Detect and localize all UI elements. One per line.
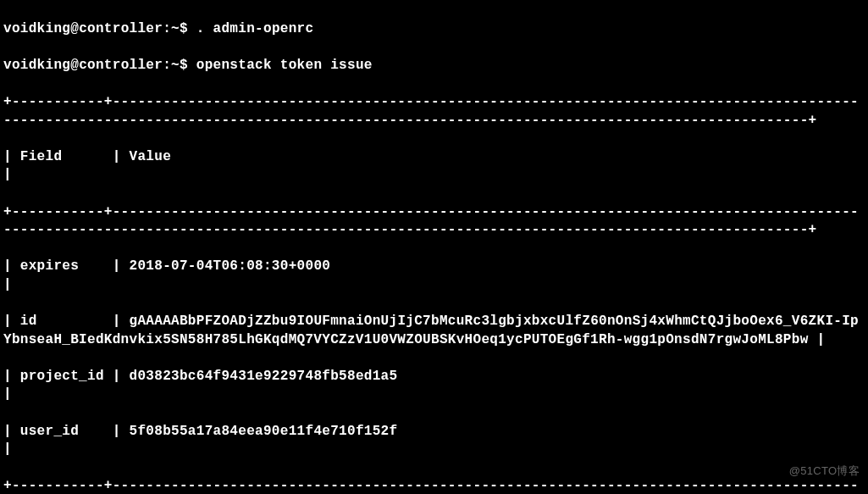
value-id: gAAAAABbPFZOADjZZbu9IOUFmnaiOnUjIjC7bMcu… [3,314,859,347]
terminal-output[interactable]: voidking@controller:~$ . admin-openrc vo… [0,0,868,494]
field-project-id: project_id [20,369,104,384]
header-field: Field [20,149,63,164]
command-line-1: voidking@controller:~$ . admin-openrc [3,20,865,39]
command-line-2: voidking@controller:~$ openstack token i… [3,57,865,75]
value-user-id: 5f08b55a17a84eea90e11f4e710f152f [130,424,398,439]
prompt-symbol: $ [180,21,188,36]
prompt-path: ~ [171,21,180,36]
header-value: Value [130,149,172,164]
value-expires: 2018-07-04T06:08:30+0000 [130,258,331,274]
watermark: @51CTO博客 [789,463,860,479]
field-expires: expires [20,258,79,274]
row-expires: | expires | 2018-07-04T06:08:30+0000 | [3,258,865,294]
table-header-row: | Field | Value | [3,148,865,185]
row-user-id: | user_id | 5f08b55a17a84eea90e11f4e710f… [3,423,865,459]
table-border-bottom: +-----------+---------------------------… [3,477,865,494]
value-project-id: d03823bc64f9431e9229748fb58ed1a5 [130,369,398,384]
field-id: id [20,314,37,329]
row-project-id: | project_id | d03823bc64f9431e9229748fb… [3,368,865,404]
table-border-top: +-----------+---------------------------… [3,93,865,130]
prompt-host: controller [79,21,163,36]
row-id: | id | gAAAAABbPFZOADjZZbu9IOUFmnaiOnUjI… [3,313,865,349]
prompt-user: voidking [3,21,70,36]
command-2: openstack token issue [196,58,373,73]
table-border-mid: +-----------+---------------------------… [3,203,865,240]
field-user-id: user_id [20,424,79,439]
command-1: . admin-openrc [196,21,314,36]
